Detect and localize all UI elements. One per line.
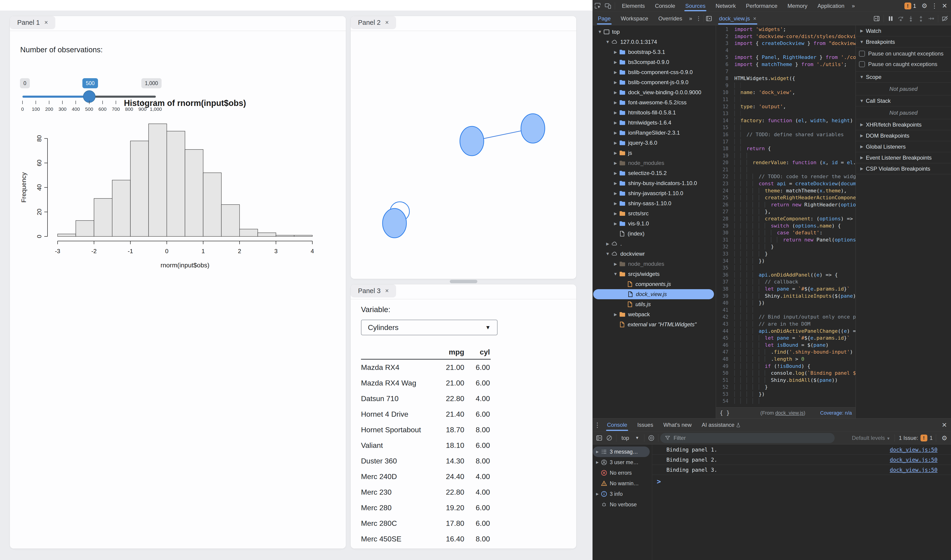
tree-item-bslib-component-css-0-9-0[interactable]: ▶bslib-component-css-0.9.0 — [593, 67, 716, 77]
line-number[interactable]: 5 — [716, 54, 734, 61]
tab-network[interactable]: Network — [711, 0, 741, 12]
chevron-right-icon[interactable]: ▶ — [604, 242, 611, 246]
chevron-right-icon[interactable]: ▶ — [612, 141, 619, 145]
tree-item-shiny-javascript-1-10-0[interactable]: ▶shiny-javascript-1.10.0 — [593, 188, 716, 198]
chevron-down-icon[interactable]: ▼ — [859, 98, 865, 103]
panel-1-tab[interactable]: Panel 1 × — [10, 16, 55, 29]
more-tabs-button[interactable]: » — [849, 0, 857, 12]
tab-console[interactable]: Console — [650, 0, 680, 12]
line-number[interactable]: 8 — [716, 75, 734, 82]
console-filter-no-warnin-[interactable]: No warnin… — [593, 478, 652, 489]
chevron-down-icon[interactable]: ▼ — [859, 75, 865, 80]
tree-item-utils-js[interactable]: utils.js — [593, 299, 716, 309]
console-sidebar-toggle-icon[interactable] — [594, 433, 604, 443]
line-number[interactable]: 11 — [716, 96, 734, 103]
console-filter-3-messag-[interactable]: ▶3 messag… — [593, 446, 650, 457]
chevron-right-icon[interactable]: ▶ — [859, 133, 865, 138]
line-number[interactable]: 13 — [716, 110, 734, 117]
tree-item-node-modules[interactable]: ▶node_modules — [593, 259, 716, 269]
line-number[interactable]: 43 — [716, 321, 734, 328]
line-number[interactable]: 28 — [716, 215, 734, 222]
line-number[interactable]: 4 — [716, 47, 734, 54]
sidebar-section-call-stack[interactable]: ▼Call Stack — [856, 95, 951, 106]
chevron-right-icon[interactable]: ▶ — [612, 191, 619, 196]
chevron-right-icon[interactable]: ▶ — [612, 151, 619, 155]
line-number[interactable]: 51 — [716, 377, 734, 384]
drawer-tab-issues[interactable]: Issues — [632, 418, 658, 431]
clear-console-icon[interactable] — [604, 433, 614, 443]
navigator-kebab-icon[interactable]: ⋮ — [694, 12, 703, 25]
tree-item-ionrangeslider-2-3-1[interactable]: ▶ionRangeSlider-2.3.1 — [593, 128, 716, 138]
chevron-right-icon[interactable]: ▶ — [595, 492, 600, 496]
file-tree[interactable]: ▼top▼127.0.0.1:3174▶bootstrap-5.3.1▶bs3c… — [593, 25, 716, 418]
drawer-kebab-icon[interactable]: ⋮ — [593, 420, 602, 430]
line-number[interactable]: 19 — [716, 152, 734, 159]
drawer-tab-what-s-new[interactable]: What's new — [658, 418, 697, 431]
chevron-right-icon[interactable]: ▶ — [612, 262, 619, 266]
tree-item-srcjs-widgets[interactable]: ▼srcjs/widgets — [593, 269, 716, 279]
line-number[interactable]: 25 — [716, 194, 734, 202]
line-number[interactable]: 35 — [716, 265, 734, 272]
sidebar-section-global-listeners[interactable]: ▶Global Listeners — [856, 141, 951, 152]
console-message-source-link[interactable]: dock_view.js:50 — [890, 457, 937, 463]
chevron-right-icon[interactable]: ▶ — [612, 221, 619, 226]
line-number[interactable]: 36 — [716, 272, 734, 278]
line-number[interactable]: 15 — [716, 124, 734, 131]
console-filter-3-user-me-[interactable]: ▶3 user me… — [593, 457, 652, 468]
dock-splitter-handle[interactable] — [450, 280, 477, 283]
chevron-right-icon[interactable]: ▶ — [595, 450, 600, 454]
code-editor[interactable]: 1import 'widgets';2import 'dockview-core… — [716, 25, 855, 407]
deactivate-breakpoints-icon[interactable] — [940, 14, 950, 24]
tree-item-dock-view-js[interactable]: dock_view.js — [593, 289, 714, 299]
sidebar-section-event-listener-breakpoints[interactable]: ▶Event Listener Breakpoints — [856, 152, 951, 163]
line-number[interactable]: 41 — [716, 306, 734, 314]
chevron-down-icon[interactable]: ▼ — [604, 40, 611, 45]
file-tab-dock-view-js[interactable]: dock_view.js × — [714, 12, 761, 25]
tab-sources[interactable]: Sources — [680, 0, 711, 12]
tab-performance[interactable]: Performance — [741, 0, 782, 12]
device-toolbar-icon[interactable] — [603, 1, 613, 11]
tree-item-top[interactable]: ▼top — [593, 27, 716, 37]
console-message-source-link[interactable]: dock_view.js:50 — [890, 467, 937, 473]
chevron-right-icon[interactable]: ▶ — [859, 155, 865, 160]
chevron-right-icon[interactable]: ▶ — [612, 312, 619, 317]
checkbox-pause-on-caught-exceptions[interactable]: Pause on caught exceptions — [856, 59, 951, 69]
line-number[interactable]: 18 — [716, 145, 734, 152]
tree-item--[interactable]: ▶. — [593, 239, 716, 249]
pause-script-icon[interactable] — [886, 14, 896, 24]
live-expression-eye-icon[interactable] — [646, 433, 656, 443]
line-number[interactable]: 45 — [716, 335, 734, 342]
line-number[interactable]: 21 — [716, 166, 734, 173]
chevron-down-icon[interactable]: ▼ — [596, 29, 603, 34]
line-number[interactable]: 30 — [716, 229, 734, 237]
line-number[interactable]: 40 — [716, 300, 734, 306]
collapse-navigator-icon[interactable] — [704, 14, 714, 24]
log-levels-selector[interactable]: Default levels ▼ — [852, 435, 891, 441]
chevron-right-icon[interactable]: ▶ — [612, 70, 619, 75]
line-number[interactable]: 22 — [716, 173, 734, 180]
tree-item-external-var-htmlwidgets-[interactable]: external var "HTMLWidgets" — [593, 320, 716, 329]
line-number[interactable]: 23 — [716, 180, 734, 187]
step-over-icon[interactable] — [896, 14, 906, 24]
chevron-right-icon[interactable]: ▶ — [612, 131, 619, 135]
line-number[interactable]: 32 — [716, 243, 734, 251]
more-navigator-tabs-button[interactable]: » — [687, 12, 694, 25]
chevron-down-icon[interactable]: ▼ — [604, 251, 611, 256]
line-number[interactable]: 3 — [716, 40, 734, 47]
tree-item-bs3compat-0-9-0[interactable]: ▶bs3compat-0.9.0 — [593, 57, 716, 67]
chevron-right-icon[interactable]: ▶ — [612, 171, 619, 175]
line-number[interactable]: 48 — [716, 356, 734, 363]
line-number[interactable]: 37 — [716, 278, 734, 286]
tab-elements[interactable]: Elements — [617, 0, 650, 12]
step-icon[interactable] — [926, 14, 936, 24]
line-number[interactable]: 34 — [716, 257, 734, 265]
show-debugger-sidebar-icon[interactable] — [872, 14, 882, 24]
chevron-right-icon[interactable]: ▶ — [859, 166, 865, 171]
tree-item-jquery-3-6-0[interactable]: ▶jquery-3.6.0 — [593, 138, 716, 148]
line-number[interactable]: 38 — [716, 286, 734, 292]
inspect-element-icon[interactable] — [593, 1, 603, 11]
chevron-right-icon[interactable]: ▶ — [612, 80, 619, 85]
line-number[interactable]: 47 — [716, 349, 734, 356]
line-number[interactable]: 6 — [716, 61, 734, 68]
tree-item-components-js[interactable]: components.js — [593, 279, 716, 289]
